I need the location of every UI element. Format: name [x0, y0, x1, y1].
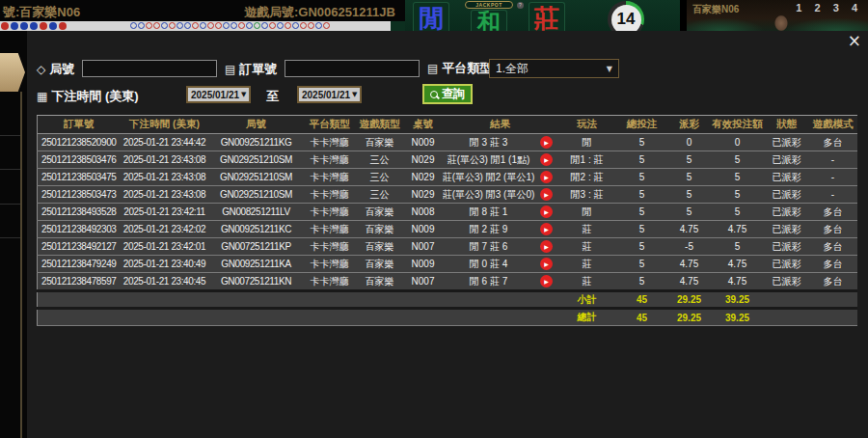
- replay-button[interactable]: ▶: [540, 258, 553, 270]
- replay-button[interactable]: ▶: [540, 188, 553, 201]
- road-dot: [153, 22, 160, 29]
- date-from-picker[interactable]: 2025/01/21 ▼: [186, 86, 251, 103]
- cell-total_bet: 5: [616, 186, 668, 204]
- chevron-down-icon: ▼: [241, 91, 246, 98]
- cell-platform: 卡卡灣廳: [304, 169, 356, 186]
- cell-round_no: GN009251211KA: [209, 256, 304, 273]
- tag-icon: ◇: [37, 63, 45, 76]
- cell-order_no: 250121238503476: [38, 151, 121, 169]
- cell-platform: 卡卡灣廳: [304, 273, 356, 291]
- date-from-value: 2025/01/21: [191, 90, 239, 100]
- cell-play: 閒3 : 莊: [558, 186, 616, 204]
- table-row: 2501212385034732025-01-21 23:43:08GN0292…: [38, 186, 857, 204]
- replay-button[interactable]: ▶: [540, 171, 553, 183]
- replay-button[interactable]: ▶: [540, 205, 553, 218]
- platform-filter-label: 平台類型: [442, 60, 492, 77]
- subtotal-row: 小計4529.2539.25: [38, 291, 857, 309]
- search-button-label: 查詢: [442, 86, 465, 102]
- cell-status: 已派彩: [765, 256, 809, 273]
- cell-replay: ▶: [535, 151, 558, 169]
- cell-order_no: 250121238493528: [38, 204, 121, 221]
- cell-platform: 卡卡灣廳: [304, 256, 356, 273]
- cell-total_bet: 5: [616, 169, 668, 186]
- cell-game_type: 百家樂: [356, 273, 404, 291]
- table-row: 2501212385034762025-01-21 23:43:08GN0292…: [38, 151, 857, 169]
- replay-button[interactable]: ▶: [540, 275, 553, 287]
- cell-payout: 5: [668, 204, 711, 221]
- cell-replay: ▶: [535, 169, 558, 186]
- road-dot: [261, 22, 268, 29]
- cell-mode: 多台: [809, 273, 857, 291]
- cell-bet_time: 2025-01-21 23:44:42: [121, 134, 209, 151]
- cell-game_type: 百家樂: [356, 238, 404, 256]
- jackpot-help-icon[interactable]: ?: [517, 2, 524, 9]
- cell-round_no: GN029251210SM: [209, 151, 304, 169]
- chevron-down-icon: ▼: [607, 65, 612, 73]
- cell-mode: 多台: [809, 204, 857, 221]
- cell-payout: 4.75: [668, 221, 711, 238]
- road-dot: [59, 22, 67, 30]
- close-icon[interactable]: ×: [848, 33, 861, 49]
- road-dot: [49, 22, 57, 30]
- bet-tie-tile[interactable]: 和: [471, 10, 507, 31]
- search-button[interactable]: 查詢: [422, 84, 473, 104]
- cell-round_no: GN009251211KC: [209, 221, 304, 238]
- road-dot: [277, 22, 284, 29]
- bet-time-label: 下注時間 (美東): [51, 88, 138, 105]
- cell-game_type: 百家樂: [356, 256, 404, 273]
- cell-bet_time: 2025-01-21 23:43:08: [121, 151, 209, 169]
- road-dot: [192, 22, 199, 29]
- cell-valid_bet: 39.25: [711, 291, 765, 309]
- cell-table_no: N009: [404, 221, 443, 238]
- sidebar-divider: [0, 135, 20, 136]
- road-dot: [308, 22, 314, 29]
- left-sidebar: [0, 31, 27, 438]
- cell-game_type: 三公: [356, 186, 404, 204]
- cell-total_bet: 45: [616, 309, 668, 326]
- column-header: 玩法: [558, 116, 616, 134]
- app-root: 號:百家樂N06 遊戲局號:GN006251211JB 閒 JACKPOT ? …: [0, 0, 868, 438]
- replay-button[interactable]: ▶: [540, 136, 553, 149]
- order-filter-label-group: ▤ 訂單號: [225, 61, 277, 78]
- cell-table_no: N009: [404, 134, 443, 151]
- replay-button[interactable]: ▶: [540, 223, 553, 235]
- cell-order_no: 250121238503475: [38, 169, 121, 186]
- cell-replay: ▶: [535, 221, 558, 238]
- cell-table_no: N029: [404, 186, 443, 204]
- cell-bet_time: 2025-01-21 23:40:45: [121, 273, 209, 291]
- platform-select[interactable]: 1.全部 ▼: [489, 59, 619, 78]
- cell-bet_time: 2025-01-21 23:40:49: [121, 256, 209, 273]
- road-dot: [215, 22, 222, 29]
- table-body: 2501212385209002025-01-21 23:44:42GN0092…: [38, 134, 857, 326]
- cell-platform: 卡卡灣廳: [304, 186, 356, 204]
- cell-play: 閒: [558, 204, 616, 221]
- cell-round_no: GN008251211LV: [209, 204, 304, 221]
- cell-round_no: GN007251211KP: [209, 238, 304, 256]
- cell-play: 莊: [558, 256, 616, 273]
- bet-player-tile[interactable]: 閒: [413, 2, 449, 31]
- cell-mode: 多台: [809, 256, 857, 273]
- cell-valid_bet: 4.75: [711, 221, 765, 238]
- cell-total_bet: 5: [616, 221, 668, 238]
- sidebar-active-tab[interactable]: [0, 53, 25, 92]
- round-filter-label-group: ◇ 局號: [37, 61, 74, 78]
- road-dot: [20, 22, 28, 30]
- game-background-bar: 號:百家樂N06 遊戲局號:GN006251211JB 閒 JACKPOT ? …: [0, 0, 868, 31]
- cell-bet_time: 2025-01-21 23:42:01: [121, 238, 209, 256]
- cell-replay: ▶: [535, 186, 558, 204]
- round-number-input[interactable]: [82, 60, 217, 77]
- cell-valid_bet: 5: [711, 238, 765, 256]
- cell-table_no: N007: [404, 238, 443, 256]
- bet-area: 閒 JACKPOT ? 和 莊 14: [405, 0, 680, 31]
- cell-label: 總計: [558, 309, 616, 326]
- cell-result: 閒 3 莊 3: [443, 134, 535, 151]
- cell-result: 莊(單公3) 閒3 (單公0): [443, 186, 535, 204]
- table-row: 2501212385034752025-01-21 23:43:08GN0292…: [38, 169, 857, 186]
- order-number-input[interactable]: [285, 60, 420, 77]
- bet-banker-tile[interactable]: 莊: [529, 2, 565, 31]
- column-header: 局號: [209, 116, 304, 134]
- date-to-picker[interactable]: 2025/01/21 ▼: [297, 86, 362, 103]
- game-round-label: 遊戲局號:GN006251211JB: [244, 4, 395, 21]
- replay-button[interactable]: ▶: [540, 153, 553, 166]
- replay-button[interactable]: ▶: [540, 240, 553, 253]
